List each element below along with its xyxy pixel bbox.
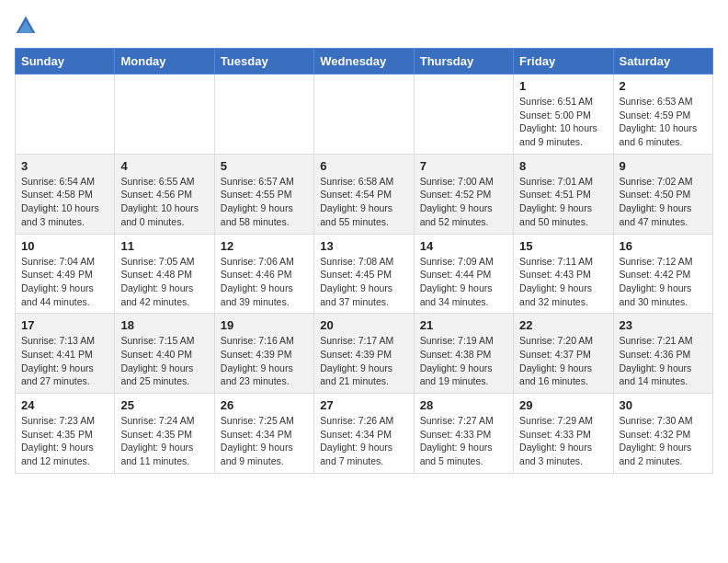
day-number: 12 bbox=[221, 239, 308, 253]
day-number: 21 bbox=[420, 318, 507, 332]
day-number: 28 bbox=[420, 398, 507, 412]
day-cell: 1Sunrise: 6:51 AM Sunset: 5:00 PM Daylig… bbox=[514, 75, 613, 155]
weekday-header-row: SundayMondayTuesdayWednesdayThursdayFrid… bbox=[16, 49, 713, 75]
day-info: Sunrise: 6:57 AM Sunset: 4:55 PM Dayligh… bbox=[221, 175, 308, 229]
day-info: Sunrise: 7:06 AM Sunset: 4:46 PM Dayligh… bbox=[221, 255, 308, 309]
day-info: Sunrise: 7:24 AM Sunset: 4:35 PM Dayligh… bbox=[120, 414, 208, 468]
day-number: 9 bbox=[620, 159, 707, 173]
day-number: 16 bbox=[620, 239, 707, 253]
day-info: Sunrise: 6:58 AM Sunset: 4:54 PM Dayligh… bbox=[320, 175, 407, 229]
day-cell: 30Sunrise: 7:30 AM Sunset: 4:32 PM Dayli… bbox=[613, 394, 712, 474]
day-cell: 21Sunrise: 7:19 AM Sunset: 4:38 PM Dayli… bbox=[414, 314, 513, 394]
day-info: Sunrise: 7:04 AM Sunset: 4:49 PM Dayligh… bbox=[21, 255, 108, 309]
day-number: 24 bbox=[21, 398, 108, 412]
weekday-header-friday: Friday bbox=[514, 49, 613, 75]
day-cell: 20Sunrise: 7:17 AM Sunset: 4:39 PM Dayli… bbox=[314, 314, 414, 394]
logo-icon bbox=[15, 15, 37, 37]
day-info: Sunrise: 7:01 AM Sunset: 4:51 PM Dayligh… bbox=[519, 175, 607, 229]
week-row-3: 10Sunrise: 7:04 AM Sunset: 4:49 PM Dayli… bbox=[16, 234, 713, 314]
day-info: Sunrise: 7:00 AM Sunset: 4:52 PM Dayligh… bbox=[420, 175, 507, 229]
day-number: 7 bbox=[420, 159, 507, 173]
week-row-5: 24Sunrise: 7:23 AM Sunset: 4:35 PM Dayli… bbox=[16, 394, 713, 474]
weekday-header-thursday: Thursday bbox=[414, 49, 513, 75]
day-number: 13 bbox=[320, 239, 407, 253]
day-number: 6 bbox=[320, 159, 407, 173]
day-number: 5 bbox=[221, 159, 308, 173]
day-info: Sunrise: 7:15 AM Sunset: 4:40 PM Dayligh… bbox=[120, 334, 208, 388]
day-info: Sunrise: 6:51 AM Sunset: 5:00 PM Dayligh… bbox=[519, 95, 607, 149]
day-info: Sunrise: 7:20 AM Sunset: 4:37 PM Dayligh… bbox=[519, 334, 607, 388]
day-info: Sunrise: 7:16 AM Sunset: 4:39 PM Dayligh… bbox=[221, 334, 308, 388]
day-cell: 25Sunrise: 7:24 AM Sunset: 4:35 PM Dayli… bbox=[115, 394, 214, 474]
day-info: Sunrise: 7:29 AM Sunset: 4:33 PM Dayligh… bbox=[519, 414, 607, 468]
day-number: 29 bbox=[519, 398, 607, 412]
day-info: Sunrise: 7:21 AM Sunset: 4:36 PM Dayligh… bbox=[620, 334, 707, 388]
day-number: 20 bbox=[320, 318, 407, 332]
day-cell: 13Sunrise: 7:08 AM Sunset: 4:45 PM Dayli… bbox=[314, 234, 414, 314]
calendar-table: SundayMondayTuesdayWednesdayThursdayFrid… bbox=[15, 48, 713, 474]
day-number: 17 bbox=[21, 318, 108, 332]
day-number: 23 bbox=[620, 318, 707, 332]
day-info: Sunrise: 7:11 AM Sunset: 4:43 PM Dayligh… bbox=[519, 255, 607, 309]
day-cell: 17Sunrise: 7:13 AM Sunset: 4:41 PM Dayli… bbox=[16, 314, 115, 394]
weekday-header-tuesday: Tuesday bbox=[214, 49, 313, 75]
day-number: 11 bbox=[120, 239, 208, 253]
day-cell: 10Sunrise: 7:04 AM Sunset: 4:49 PM Dayli… bbox=[16, 234, 115, 314]
day-info: Sunrise: 7:05 AM Sunset: 4:48 PM Dayligh… bbox=[120, 255, 208, 309]
day-number: 19 bbox=[221, 318, 308, 332]
day-number: 18 bbox=[120, 318, 208, 332]
day-number: 1 bbox=[519, 79, 607, 93]
day-cell: 4Sunrise: 6:55 AM Sunset: 4:56 PM Daylig… bbox=[115, 154, 214, 234]
day-info: Sunrise: 7:23 AM Sunset: 4:35 PM Dayligh… bbox=[21, 414, 108, 468]
day-info: Sunrise: 7:13 AM Sunset: 4:41 PM Dayligh… bbox=[21, 334, 108, 388]
day-cell: 24Sunrise: 7:23 AM Sunset: 4:35 PM Dayli… bbox=[16, 394, 115, 474]
logo bbox=[15, 15, 40, 37]
day-cell: 8Sunrise: 7:01 AM Sunset: 4:51 PM Daylig… bbox=[514, 154, 613, 234]
weekday-header-wednesday: Wednesday bbox=[314, 49, 414, 75]
day-cell: 28Sunrise: 7:27 AM Sunset: 4:33 PM Dayli… bbox=[414, 394, 513, 474]
day-number: 30 bbox=[620, 398, 707, 412]
day-number: 4 bbox=[120, 159, 208, 173]
day-number: 27 bbox=[320, 398, 407, 412]
day-number: 22 bbox=[519, 318, 607, 332]
day-cell: 18Sunrise: 7:15 AM Sunset: 4:40 PM Dayli… bbox=[115, 314, 214, 394]
day-info: Sunrise: 7:25 AM Sunset: 4:34 PM Dayligh… bbox=[221, 414, 308, 468]
week-row-4: 17Sunrise: 7:13 AM Sunset: 4:41 PM Dayli… bbox=[16, 314, 713, 394]
day-info: Sunrise: 6:54 AM Sunset: 4:58 PM Dayligh… bbox=[21, 175, 108, 229]
day-info: Sunrise: 7:30 AM Sunset: 4:32 PM Dayligh… bbox=[620, 414, 707, 468]
day-info: Sunrise: 7:02 AM Sunset: 4:50 PM Dayligh… bbox=[620, 175, 707, 229]
day-cell: 14Sunrise: 7:09 AM Sunset: 4:44 PM Dayli… bbox=[414, 234, 513, 314]
day-cell bbox=[16, 75, 115, 155]
day-number: 26 bbox=[221, 398, 308, 412]
day-number: 8 bbox=[519, 159, 607, 173]
day-cell bbox=[115, 75, 214, 155]
day-number: 14 bbox=[420, 239, 507, 253]
day-cell: 9Sunrise: 7:02 AM Sunset: 4:50 PM Daylig… bbox=[613, 154, 712, 234]
day-cell: 2Sunrise: 6:53 AM Sunset: 4:59 PM Daylig… bbox=[613, 75, 712, 155]
day-cell: 12Sunrise: 7:06 AM Sunset: 4:46 PM Dayli… bbox=[214, 234, 313, 314]
day-cell bbox=[214, 75, 313, 155]
day-number: 15 bbox=[519, 239, 607, 253]
day-info: Sunrise: 7:12 AM Sunset: 4:42 PM Dayligh… bbox=[620, 255, 707, 309]
day-cell: 11Sunrise: 7:05 AM Sunset: 4:48 PM Dayli… bbox=[115, 234, 214, 314]
day-cell: 26Sunrise: 7:25 AM Sunset: 4:34 PM Dayli… bbox=[214, 394, 313, 474]
day-cell bbox=[414, 75, 513, 155]
week-row-1: 1Sunrise: 6:51 AM Sunset: 5:00 PM Daylig… bbox=[16, 75, 713, 155]
day-cell: 7Sunrise: 7:00 AM Sunset: 4:52 PM Daylig… bbox=[414, 154, 513, 234]
day-cell: 6Sunrise: 6:58 AM Sunset: 4:54 PM Daylig… bbox=[314, 154, 414, 234]
day-number: 2 bbox=[620, 79, 707, 93]
day-cell: 16Sunrise: 7:12 AM Sunset: 4:42 PM Dayli… bbox=[613, 234, 712, 314]
day-cell: 22Sunrise: 7:20 AM Sunset: 4:37 PM Dayli… bbox=[514, 314, 613, 394]
day-info: Sunrise: 6:53 AM Sunset: 4:59 PM Dayligh… bbox=[620, 95, 707, 149]
day-info: Sunrise: 7:17 AM Sunset: 4:39 PM Dayligh… bbox=[320, 334, 407, 388]
page-header bbox=[15, 15, 713, 37]
day-cell bbox=[314, 75, 414, 155]
day-number: 3 bbox=[21, 159, 108, 173]
week-row-2: 3Sunrise: 6:54 AM Sunset: 4:58 PM Daylig… bbox=[16, 154, 713, 234]
day-cell: 15Sunrise: 7:11 AM Sunset: 4:43 PM Dayli… bbox=[514, 234, 613, 314]
day-number: 10 bbox=[21, 239, 108, 253]
day-cell: 29Sunrise: 7:29 AM Sunset: 4:33 PM Dayli… bbox=[514, 394, 613, 474]
weekday-header-sunday: Sunday bbox=[16, 49, 115, 75]
weekday-header-saturday: Saturday bbox=[613, 49, 712, 75]
weekday-header-monday: Monday bbox=[115, 49, 214, 75]
